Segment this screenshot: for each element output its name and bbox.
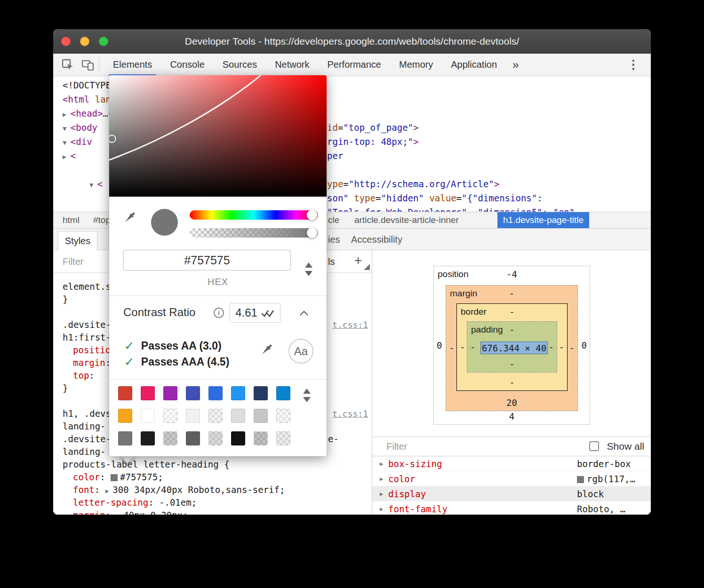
close-button[interactable] (61, 37, 71, 46)
border-top-value[interactable]: - (457, 307, 567, 317)
palette-swatch[interactable] (276, 431, 290, 445)
border-left-value[interactable]: - (460, 342, 465, 352)
palette-swatch[interactable] (118, 386, 132, 400)
tab-performance[interactable]: Performance (319, 54, 391, 76)
computed-row[interactable]: ▶colorrgb(117,… (372, 471, 651, 486)
zoom-button[interactable] (99, 37, 108, 46)
expand-arrow-icon[interactable]: ▶ (380, 471, 383, 486)
computed-filter-input[interactable]: Filter (386, 437, 407, 456)
padding-top-value[interactable]: - (467, 325, 557, 335)
tab-styles[interactable]: Styles (58, 231, 97, 250)
breadcrumb-item[interactable]: html (63, 212, 80, 228)
palette-swatch[interactable] (276, 386, 290, 400)
palette-swatch[interactable] (208, 431, 223, 445)
expand-arrow-icon[interactable]: ▶ (380, 501, 383, 515)
position-left-value[interactable]: 0 (437, 340, 442, 350)
tab-application[interactable]: Application (442, 54, 506, 76)
expand-arrow-icon[interactable]: ▶ (380, 456, 383, 471)
palette-swatch[interactable] (231, 386, 245, 400)
eyedropper-button[interactable] (121, 210, 137, 228)
styles-filter-input[interactable]: Filter (63, 250, 83, 273)
position-top-value[interactable]: -4 (434, 269, 590, 279)
style-row[interactable]: products-label letter-heading { (53, 458, 372, 471)
palette-scroll-arrows[interactable] (303, 389, 311, 402)
palette-swatch[interactable] (141, 409, 155, 423)
palette-swatch[interactable] (208, 409, 223, 423)
new-style-rule-button[interactable]: + (354, 250, 362, 271)
position-right-value[interactable]: 0 (582, 340, 587, 350)
inspect-icon[interactable] (62, 59, 74, 71)
content-size[interactable]: 676.344 × 40 (480, 342, 548, 354)
metric-padding[interactable]: padding - - - - 676.344 × 40 (467, 321, 557, 373)
padding-bottom-value[interactable]: - (467, 359, 557, 369)
border-right-value[interactable]: - (559, 342, 564, 352)
breadcrumb-item[interactable]: article.devsite-article-inner (354, 212, 459, 228)
metric-position[interactable]: position -4 4 0 0 margin - 20 - - bord (433, 266, 590, 425)
palette-swatch[interactable] (276, 409, 290, 423)
palette-swatch[interactable] (254, 431, 268, 445)
show-all-checkbox[interactable] (589, 441, 599, 451)
minimize-button[interactable] (80, 37, 89, 46)
style-row[interactable]: font: ▶ 300 34px/40px Roboto,sans-serif; (53, 484, 372, 496)
palette-swatch[interactable] (186, 386, 200, 400)
metric-margin[interactable]: margin - 20 - - border - - - - (446, 285, 578, 411)
computed-row[interactable]: ▶box-sizingborder-box (372, 456, 651, 471)
breadcrumb-item[interactable]: h1.devsite-page-title (497, 212, 589, 228)
alpha-knob[interactable] (307, 228, 317, 238)
contrast-info-icon[interactable]: i (214, 308, 224, 318)
palette-swatch[interactable] (163, 409, 177, 423)
css-color-swatch[interactable] (111, 474, 118, 481)
tab-memory[interactable]: Memory (390, 54, 442, 76)
stylesheet-link[interactable]: t.css:1 (332, 407, 368, 420)
palette-swatch[interactable] (141, 386, 155, 400)
tab-sources[interactable]: Sources (214, 54, 266, 76)
palette-swatch[interactable] (254, 386, 268, 400)
position-bottom-value[interactable]: 4 (434, 411, 590, 421)
hex-input[interactable]: #757575 (123, 250, 291, 270)
margin-top-value[interactable]: - (446, 288, 577, 299)
border-bottom-value[interactable]: - (457, 377, 567, 388)
padding-right-value[interactable]: - (549, 342, 554, 352)
margin-right-value[interactable]: - (569, 343, 575, 353)
margin-bottom-value[interactable]: 20 (446, 397, 577, 408)
metric-border[interactable]: border - - - - padding - - - (456, 303, 568, 391)
palette-swatch[interactable] (231, 409, 245, 423)
palette-swatch[interactable] (208, 386, 223, 400)
more-tabs-button[interactable]: » (506, 54, 525, 76)
contrast-eyedropper-button[interactable] (258, 342, 274, 360)
saturation-field[interactable] (109, 75, 327, 197)
margin-left-value[interactable]: - (449, 343, 454, 353)
style-row[interactable]: color: #757575; (53, 471, 372, 484)
device-toolbar-icon[interactable] (81, 59, 94, 71)
tab-console[interactable]: Console (161, 54, 213, 76)
palette-swatch[interactable] (254, 409, 268, 423)
aa-preview-button[interactable]: Aa (288, 339, 313, 364)
color-format-spinner[interactable] (305, 262, 312, 276)
stylesheet-link[interactable]: t.css:1 (332, 318, 368, 331)
sidebar-tab[interactable]: Accessibility (351, 229, 402, 250)
cls-toolbar-fragment[interactable]: ls (328, 250, 335, 273)
style-row[interactable]: margin: ▶ 40px 0 20px; (53, 509, 372, 515)
computed-row[interactable]: ▶displayblock (372, 486, 651, 501)
palette-swatch[interactable] (186, 409, 200, 423)
computed-row[interactable]: ▶font-familyRoboto, … (372, 501, 651, 515)
padding-left-value[interactable]: - (470, 342, 475, 352)
breadcrumb-item[interactable]: cle (328, 212, 339, 228)
tab-network[interactable]: Network (266, 54, 318, 76)
palette-swatch[interactable] (163, 431, 177, 445)
palette-swatch[interactable] (186, 431, 200, 445)
window-titlebar[interactable]: Developer Tools - https://developers.goo… (53, 29, 651, 54)
kebab-menu-button[interactable]: ⋮ (616, 54, 651, 76)
palette-swatch[interactable] (163, 386, 177, 400)
expand-arrow-icon[interactable]: ▶ (380, 486, 383, 501)
tab-elements[interactable]: Elements (104, 54, 161, 76)
alpha-slider[interactable] (190, 228, 318, 238)
palette-swatch[interactable] (118, 431, 132, 445)
palette-swatch[interactable] (141, 431, 155, 445)
collapse-chevron-icon[interactable] (299, 310, 309, 318)
palette-swatch[interactable] (231, 431, 245, 445)
style-row[interactable]: letter-spacing: -.01em; (53, 496, 372, 509)
palette-swatch[interactable] (118, 409, 132, 423)
sidebar-tab[interactable]: ies (328, 229, 340, 250)
hue-knob[interactable] (307, 210, 317, 220)
